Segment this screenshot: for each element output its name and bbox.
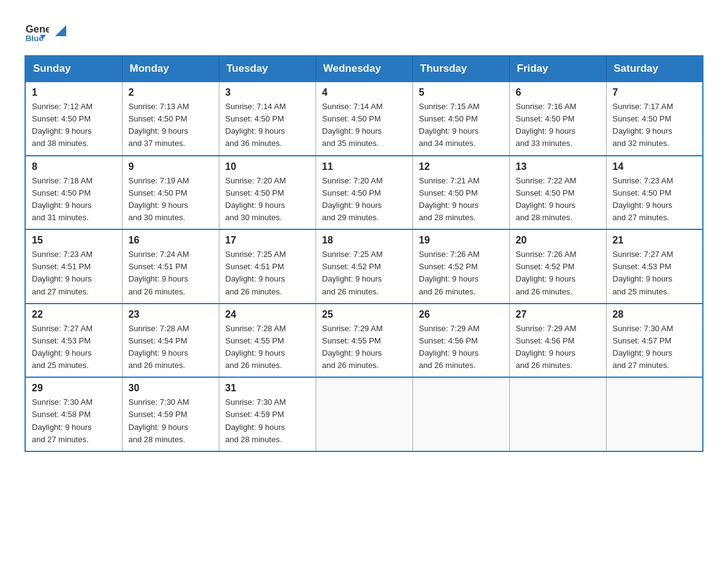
day-number: 27 <box>516 309 600 320</box>
week-row-3: 15Sunrise: 7:23 AMSunset: 4:51 PMDayligh… <box>25 229 703 304</box>
calendar-cell: 13Sunrise: 7:22 AMSunset: 4:50 PMDayligh… <box>509 156 606 230</box>
day-info: Sunrise: 7:27 AMSunset: 4:53 PMDaylight:… <box>32 323 116 372</box>
day-number: 1 <box>32 87 116 98</box>
day-number: 2 <box>129 87 213 98</box>
day-number: 31 <box>226 383 309 394</box>
calendar-cell: 18Sunrise: 7:25 AMSunset: 4:52 PMDayligh… <box>316 229 412 304</box>
calendar-cell: 26Sunrise: 7:29 AMSunset: 4:56 PMDayligh… <box>412 304 509 378</box>
calendar-table: Sunday Monday Tuesday Wednesday Thursday… <box>25 55 703 452</box>
col-saturday: Saturday <box>606 56 703 82</box>
day-number: 30 <box>129 383 213 394</box>
day-info: Sunrise: 7:14 AMSunset: 4:50 PMDaylight:… <box>322 101 406 150</box>
calendar-cell: 15Sunrise: 7:23 AMSunset: 4:51 PMDayligh… <box>25 229 122 304</box>
day-number: 13 <box>516 161 600 172</box>
col-thursday: Thursday <box>412 56 509 82</box>
day-info: Sunrise: 7:30 AMSunset: 4:59 PMDaylight:… <box>226 396 309 446</box>
calendar-cell: 8Sunrise: 7:18 AMSunset: 4:50 PMDaylight… <box>25 156 122 230</box>
svg-marker-3 <box>55 25 66 36</box>
day-number: 6 <box>516 87 600 98</box>
day-number: 22 <box>32 309 116 320</box>
calendar-cell: 2Sunrise: 7:13 AMSunset: 4:50 PMDaylight… <box>122 82 219 156</box>
col-sunday: Sunday <box>25 56 122 82</box>
day-number: 14 <box>613 161 697 172</box>
day-info: Sunrise: 7:29 AMSunset: 4:55 PMDaylight:… <box>322 323 406 372</box>
calendar-cell <box>606 377 703 451</box>
day-info: Sunrise: 7:26 AMSunset: 4:52 PMDaylight:… <box>516 248 600 298</box>
day-number: 25 <box>322 309 406 320</box>
calendar-cell: 12Sunrise: 7:21 AMSunset: 4:50 PMDayligh… <box>412 156 509 230</box>
calendar-cell: 11Sunrise: 7:20 AMSunset: 4:50 PMDayligh… <box>316 156 412 230</box>
day-number: 18 <box>322 235 406 246</box>
day-number: 20 <box>516 235 600 246</box>
calendar-cell: 30Sunrise: 7:30 AMSunset: 4:59 PMDayligh… <box>122 377 219 451</box>
calendar-cell: 29Sunrise: 7:30 AMSunset: 4:58 PMDayligh… <box>25 377 122 451</box>
calendar-cell: 3Sunrise: 7:14 AMSunset: 4:50 PMDaylight… <box>219 82 316 156</box>
day-info: Sunrise: 7:24 AMSunset: 4:51 PMDaylight:… <box>129 248 213 298</box>
calendar-cell: 22Sunrise: 7:27 AMSunset: 4:53 PMDayligh… <box>25 304 122 378</box>
day-number: 5 <box>419 87 503 98</box>
calendar-cell: 14Sunrise: 7:23 AMSunset: 4:50 PMDayligh… <box>606 156 703 230</box>
col-tuesday: Tuesday <box>219 56 316 82</box>
day-number: 15 <box>32 235 116 246</box>
col-monday: Monday <box>122 56 219 82</box>
week-row-4: 22Sunrise: 7:27 AMSunset: 4:53 PMDayligh… <box>25 304 703 378</box>
day-number: 19 <box>419 235 503 246</box>
calendar-cell: 21Sunrise: 7:27 AMSunset: 4:53 PMDayligh… <box>606 229 703 304</box>
calendar-cell: 5Sunrise: 7:15 AMSunset: 4:50 PMDaylight… <box>412 82 509 156</box>
col-wednesday: Wednesday <box>316 56 412 82</box>
calendar-cell <box>412 377 509 451</box>
day-number: 23 <box>129 309 213 320</box>
calendar-cell: 4Sunrise: 7:14 AMSunset: 4:50 PMDaylight… <box>316 82 412 156</box>
day-number: 26 <box>419 309 503 320</box>
calendar-cell: 28Sunrise: 7:30 AMSunset: 4:57 PMDayligh… <box>606 304 703 378</box>
day-number: 21 <box>613 235 697 246</box>
day-info: Sunrise: 7:12 AMSunset: 4:50 PMDaylight:… <box>32 101 116 150</box>
day-info: Sunrise: 7:14 AMSunset: 4:50 PMDaylight:… <box>226 101 309 150</box>
day-number: 28 <box>613 309 697 320</box>
day-info: Sunrise: 7:23 AMSunset: 4:50 PMDaylight:… <box>613 175 697 224</box>
day-number: 11 <box>322 161 406 172</box>
calendar-cell: 17Sunrise: 7:25 AMSunset: 4:51 PMDayligh… <box>219 229 316 304</box>
day-number: 10 <box>226 161 309 172</box>
logo-icon: General Blue <box>25 18 49 43</box>
calendar-cell: 24Sunrise: 7:28 AMSunset: 4:55 PMDayligh… <box>219 304 316 378</box>
calendar-cell: 27Sunrise: 7:29 AMSunset: 4:56 PMDayligh… <box>509 304 606 378</box>
day-number: 12 <box>419 161 503 172</box>
day-info: Sunrise: 7:28 AMSunset: 4:54 PMDaylight:… <box>129 323 213 372</box>
logo-blue-text <box>53 25 66 36</box>
day-number: 17 <box>226 235 309 246</box>
day-info: Sunrise: 7:19 AMSunset: 4:50 PMDaylight:… <box>129 175 213 224</box>
calendar-cell: 23Sunrise: 7:28 AMSunset: 4:54 PMDayligh… <box>122 304 219 378</box>
calendar-cell: 10Sunrise: 7:20 AMSunset: 4:50 PMDayligh… <box>219 156 316 230</box>
day-number: 9 <box>129 161 213 172</box>
calendar-cell: 6Sunrise: 7:16 AMSunset: 4:50 PMDaylight… <box>509 82 606 156</box>
day-number: 4 <box>322 87 406 98</box>
day-info: Sunrise: 7:20 AMSunset: 4:50 PMDaylight:… <box>322 175 406 224</box>
calendar-cell: 1Sunrise: 7:12 AMSunset: 4:50 PMDaylight… <box>25 82 122 156</box>
day-info: Sunrise: 7:17 AMSunset: 4:50 PMDaylight:… <box>613 101 697 150</box>
day-number: 3 <box>226 87 309 98</box>
day-info: Sunrise: 7:23 AMSunset: 4:51 PMDaylight:… <box>32 248 116 298</box>
calendar-cell: 19Sunrise: 7:26 AMSunset: 4:52 PMDayligh… <box>412 229 509 304</box>
calendar-cell: 16Sunrise: 7:24 AMSunset: 4:51 PMDayligh… <box>122 229 219 304</box>
calendar-header-row: Sunday Monday Tuesday Wednesday Thursday… <box>25 56 703 82</box>
col-friday: Friday <box>509 56 606 82</box>
svg-text:Blue: Blue <box>26 34 44 43</box>
day-info: Sunrise: 7:20 AMSunset: 4:50 PMDaylight:… <box>226 175 309 224</box>
day-info: Sunrise: 7:26 AMSunset: 4:52 PMDaylight:… <box>419 248 503 298</box>
logo: General Blue <box>25 18 66 43</box>
day-info: Sunrise: 7:30 AMSunset: 4:59 PMDaylight:… <box>129 396 213 446</box>
day-info: Sunrise: 7:25 AMSunset: 4:51 PMDaylight:… <box>226 248 309 298</box>
day-number: 16 <box>129 235 213 246</box>
day-info: Sunrise: 7:25 AMSunset: 4:52 PMDaylight:… <box>322 248 406 298</box>
week-row-5: 29Sunrise: 7:30 AMSunset: 4:58 PMDayligh… <box>25 377 703 451</box>
day-info: Sunrise: 7:13 AMSunset: 4:50 PMDaylight:… <box>129 101 213 150</box>
day-info: Sunrise: 7:22 AMSunset: 4:50 PMDaylight:… <box>516 175 600 224</box>
calendar-cell: 20Sunrise: 7:26 AMSunset: 4:52 PMDayligh… <box>509 229 606 304</box>
day-number: 24 <box>226 309 309 320</box>
calendar-cell <box>316 377 412 451</box>
day-info: Sunrise: 7:16 AMSunset: 4:50 PMDaylight:… <box>516 101 600 150</box>
day-info: Sunrise: 7:27 AMSunset: 4:53 PMDaylight:… <box>613 248 697 298</box>
day-info: Sunrise: 7:28 AMSunset: 4:55 PMDaylight:… <box>226 323 309 372</box>
day-number: 8 <box>32 161 116 172</box>
